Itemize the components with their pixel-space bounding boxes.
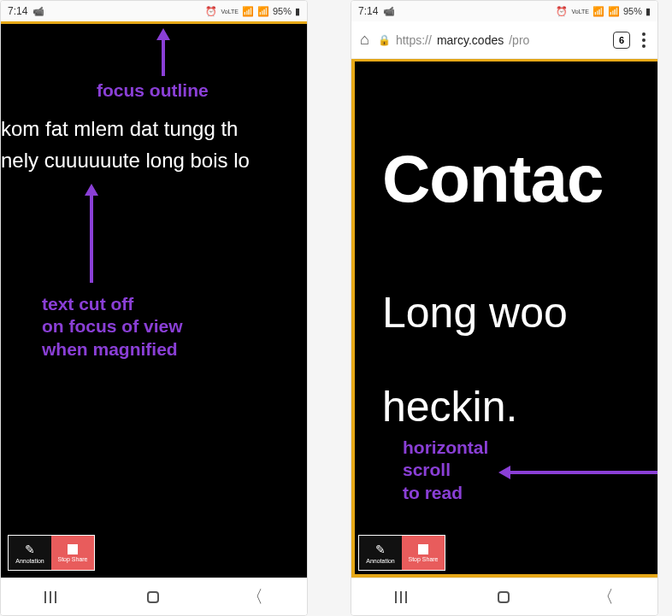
- nav-back-button[interactable]: 〈: [246, 585, 263, 608]
- stop-icon: [68, 544, 78, 554]
- annotation-label: Annotation: [15, 558, 44, 564]
- pencil-icon: ✎: [375, 543, 386, 556]
- url-prefix: https://: [396, 33, 432, 47]
- tabs-button[interactable]: 6: [613, 32, 630, 49]
- arrow-up-icon: [81, 182, 102, 285]
- stop-share-label: Stop Share: [408, 556, 438, 562]
- focus-outline-top: [1, 21, 307, 24]
- status-time: 7:14: [358, 5, 378, 17]
- battery-icon: ▮: [645, 6, 651, 17]
- annotation-button[interactable]: ✎ Annotation: [359, 536, 402, 570]
- wifi-icon: 📶: [242, 6, 254, 17]
- phone-right: 7:14 ⏰ VoLTE 📶 📶 95% ▮ ⌂ 🔒 https://marcy…: [351, 0, 658, 616]
- body-text-line1: kom fat mlem dat tungg th: [1, 114, 238, 144]
- focus-outline-left: [351, 59, 355, 578]
- alarm-icon: ⏰: [205, 6, 217, 17]
- focus-outline-bottom: [351, 574, 657, 578]
- body-text-1: Long woo: [382, 288, 568, 337]
- android-nav-bar: 〈: [351, 578, 657, 615]
- stop-share-button[interactable]: Stop Share: [51, 536, 94, 570]
- content-area-right[interactable]: Contac Long woo heckin. horizontal scrol…: [351, 59, 657, 578]
- volte-icon: VoLTE: [221, 9, 239, 15]
- phone-left: 7:14 ⏰ VoLTE 📶 📶 95% ▮ focus outline kom…: [0, 0, 308, 616]
- stop-icon: [418, 544, 428, 554]
- browser-address-bar: ⌂ 🔒 https://marcy.codes/pro 6: [351, 21, 657, 59]
- body-text-2: heckin.: [382, 382, 517, 431]
- wifi-icon: 📶: [592, 6, 604, 17]
- body-text-line2: nely cuuuuuute long bois lo: [1, 145, 250, 176]
- annotation-horizontal-scroll: horizontal scroll to read: [403, 437, 488, 504]
- camera-icon: [383, 5, 395, 17]
- page-heading: Contac: [382, 140, 603, 218]
- android-nav-bar: 〈: [1, 578, 307, 615]
- share-toolbar: ✎ Annotation Stop Share: [8, 535, 95, 571]
- arrow-left-icon: [497, 462, 657, 483]
- signal-icon: 📶: [257, 6, 269, 17]
- status-indicators: ⏰ VoLTE 📶 📶 95% ▮: [205, 6, 300, 17]
- nav-back-button[interactable]: 〈: [597, 585, 614, 608]
- battery-text: 95%: [273, 6, 292, 16]
- stop-share-label: Stop Share: [57, 556, 87, 562]
- signal-icon: 📶: [608, 6, 620, 17]
- arrow-up-icon: [153, 26, 174, 78]
- pencil-icon: ✎: [25, 543, 35, 556]
- annotation-label: Annotation: [366, 558, 394, 564]
- nav-home-button[interactable]: [147, 591, 159, 603]
- content-area-left[interactable]: focus outline kom fat mlem dat tungg th …: [1, 21, 307, 578]
- stop-share-button[interactable]: Stop Share: [402, 536, 445, 570]
- annotation-text-cutoff: text cut off on focus of view when magni…: [42, 293, 183, 361]
- status-indicators: ⏰ VoLTE 📶 📶 95% ▮: [556, 6, 651, 17]
- status-time: 7:14: [8, 5, 27, 17]
- status-bar: 7:14 ⏰ VoLTE 📶 📶 95% ▮: [351, 1, 657, 21]
- url-path: /pro: [509, 33, 529, 47]
- status-bar: 7:14 ⏰ VoLTE 📶 📶 95% ▮: [1, 1, 307, 21]
- nav-home-button[interactable]: [498, 591, 510, 603]
- url-host: marcy.codes: [437, 33, 504, 47]
- annotation-focus-outline: focus outline: [97, 79, 209, 102]
- share-toolbar: ✎ Annotation Stop Share: [358, 535, 445, 571]
- volte-icon: VoLTE: [571, 9, 589, 15]
- home-icon[interactable]: ⌂: [360, 31, 369, 49]
- focus-outline-top: [351, 59, 657, 62]
- url-field[interactable]: 🔒 https://marcy.codes/pro: [378, 33, 604, 47]
- battery-icon: ▮: [295, 6, 300, 17]
- camera-icon: [32, 5, 44, 17]
- menu-button[interactable]: [639, 32, 649, 48]
- nav-recents-button[interactable]: [395, 591, 410, 603]
- annotation-button[interactable]: ✎ Annotation: [9, 536, 51, 570]
- lock-icon: 🔒: [378, 34, 391, 46]
- battery-text: 95%: [623, 6, 642, 16]
- alarm-icon: ⏰: [556, 6, 568, 17]
- nav-recents-button[interactable]: [44, 591, 60, 603]
